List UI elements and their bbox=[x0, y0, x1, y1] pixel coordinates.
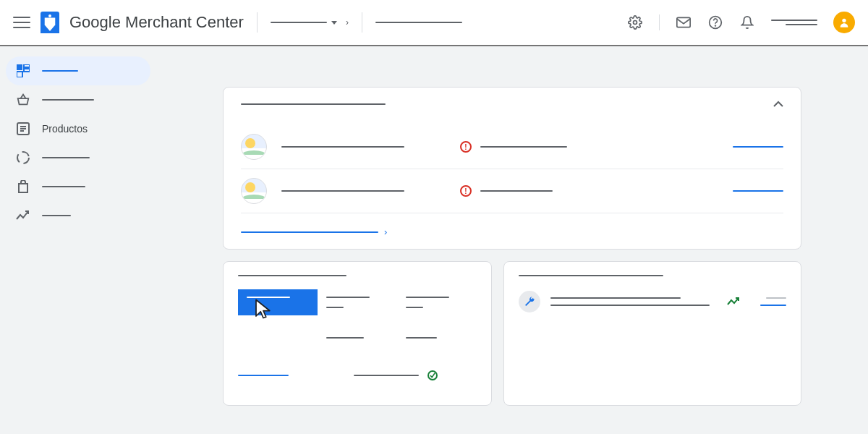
chevron-down-icon bbox=[331, 21, 337, 25]
sidebar-item-label bbox=[42, 215, 71, 216]
insight-row[interactable] bbox=[519, 291, 786, 312]
insight-text bbox=[550, 297, 710, 306]
chevron-right-icon: › bbox=[346, 17, 349, 27]
sidebar: Productos bbox=[0, 46, 156, 434]
chevron-right-icon: › bbox=[384, 226, 387, 237]
sidebar-item-overview[interactable] bbox=[6, 56, 150, 85]
list-icon bbox=[16, 122, 30, 136]
product-thumbnail bbox=[241, 134, 267, 160]
issue-row[interactable]: ! bbox=[241, 125, 783, 169]
issue-text-placeholder bbox=[480, 146, 567, 148]
bell-icon[interactable] bbox=[739, 14, 755, 30]
insight-card bbox=[503, 261, 801, 406]
collapse-button[interactable] bbox=[773, 101, 783, 108]
sidebar-item-label bbox=[42, 99, 94, 101]
summary-tile[interactable] bbox=[397, 330, 477, 354]
header-left: Google Merchant Center bbox=[13, 12, 244, 33]
summary-footer-link[interactable] bbox=[238, 375, 289, 376]
trend-icon bbox=[16, 208, 30, 223]
svg-rect-8 bbox=[17, 72, 22, 77]
summary-tile-selected[interactable] bbox=[238, 289, 318, 315]
issues-card: ! ! › bbox=[223, 87, 801, 250]
menu-icon[interactable] bbox=[13, 14, 30, 31]
issue-action-link[interactable] bbox=[733, 146, 783, 148]
summary-card-title bbox=[238, 275, 346, 276]
issue-action-link[interactable] bbox=[733, 190, 783, 192]
svg-rect-5 bbox=[17, 64, 22, 70]
error-icon: ! bbox=[460, 141, 472, 153]
insight-metric-placeholder bbox=[766, 297, 786, 299]
error-icon: ! bbox=[460, 185, 472, 197]
insight-card-title bbox=[519, 275, 663, 276]
summary-tile[interactable] bbox=[318, 330, 397, 354]
main-content: ! ! › bbox=[156, 46, 868, 434]
summary-status-text bbox=[354, 375, 419, 376]
sidebar-item-label bbox=[42, 186, 85, 187]
divider bbox=[257, 12, 258, 33]
insight-action-link[interactable] bbox=[760, 305, 786, 306]
divider bbox=[659, 14, 660, 30]
view-all-link-placeholder bbox=[241, 231, 378, 233]
basket-icon bbox=[16, 93, 30, 107]
product-thumbnail bbox=[241, 178, 267, 204]
svg-rect-6 bbox=[24, 64, 30, 67]
svg-rect-7 bbox=[24, 69, 30, 72]
summary-card bbox=[223, 261, 492, 406]
secondary-selector-placeholder[interactable] bbox=[375, 22, 462, 23]
divider bbox=[362, 12, 362, 33]
merchant-center-logo bbox=[41, 12, 59, 33]
sidebar-item-label: Productos bbox=[42, 123, 88, 135]
wrench-icon bbox=[519, 291, 540, 312]
product-name-placeholder bbox=[281, 190, 404, 192]
gear-icon[interactable] bbox=[627, 14, 643, 30]
summary-tile[interactable] bbox=[318, 289, 397, 315]
cursor-icon bbox=[252, 298, 274, 320]
issues-card-title bbox=[241, 103, 386, 105]
check-icon bbox=[427, 370, 438, 380]
mail-icon[interactable] bbox=[676, 14, 692, 30]
product-name-placeholder bbox=[281, 146, 404, 148]
bag-icon bbox=[16, 179, 30, 194]
svg-rect-1 bbox=[677, 17, 690, 27]
help-icon[interactable] bbox=[707, 14, 723, 30]
sidebar-item-label bbox=[42, 70, 78, 72]
issues-card-footer-link[interactable]: › bbox=[241, 213, 783, 237]
account-selector[interactable]: › bbox=[271, 17, 349, 27]
user-name-placeholder bbox=[771, 20, 817, 25]
issue-row[interactable]: ! bbox=[241, 169, 783, 213]
progress-icon bbox=[16, 150, 30, 165]
account-name-placeholder bbox=[271, 22, 327, 23]
issue-text-placeholder bbox=[480, 190, 553, 192]
svg-point-13 bbox=[17, 152, 29, 163]
sidebar-item-marketing[interactable] bbox=[6, 172, 150, 201]
svg-point-4 bbox=[842, 19, 846, 22]
trend-up-icon bbox=[727, 297, 740, 306]
dashboard-icon bbox=[16, 64, 30, 78]
user-avatar[interactable] bbox=[833, 12, 855, 33]
summary-tile[interactable] bbox=[397, 289, 477, 315]
top-header: Google Merchant Center › bbox=[0, 0, 868, 46]
sidebar-item-performance[interactable] bbox=[6, 143, 150, 172]
app-title: Google Merchant Center bbox=[69, 13, 244, 32]
sidebar-item-label bbox=[42, 157, 90, 158]
svg-point-3 bbox=[715, 25, 716, 26]
header-right bbox=[627, 12, 855, 33]
sidebar-item-products[interactable]: Productos bbox=[6, 114, 150, 143]
sidebar-item-growth[interactable] bbox=[6, 201, 150, 230]
svg-point-0 bbox=[634, 21, 637, 25]
sidebar-item-shopping[interactable] bbox=[6, 85, 150, 114]
